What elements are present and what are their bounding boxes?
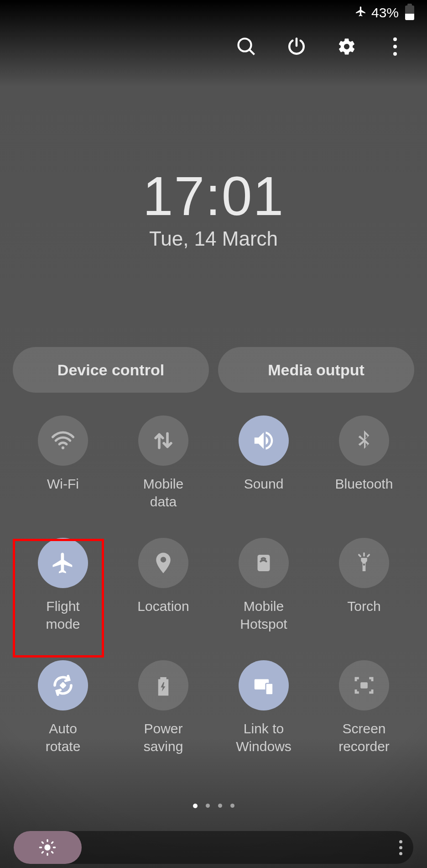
status-bar: 43% (0, 0, 427, 26)
settings-gear-icon[interactable] (337, 37, 357, 57)
clock-time: 17:01 (0, 164, 427, 227)
auto-rotate-icon (38, 660, 88, 710)
tile-label: Link to Windows (218, 720, 309, 755)
device-control-button[interactable]: Device control (13, 347, 209, 393)
tile-label: Sound (244, 475, 284, 510)
tile-torch[interactable]: Torch (314, 538, 414, 633)
power-saving-icon (138, 660, 188, 710)
sound-icon (239, 416, 289, 466)
svg-rect-6 (360, 682, 368, 689)
tile-label: Flight mode (46, 597, 80, 633)
battery-percent: 43% (371, 5, 399, 21)
link-to-windows-icon (239, 660, 289, 710)
svg-point-2 (363, 563, 365, 566)
wifi-icon (38, 416, 88, 466)
svg-rect-5 (266, 684, 273, 695)
brightness-more-icon[interactable] (399, 840, 402, 855)
power-icon[interactable] (286, 37, 307, 57)
tile-mobile-data[interactable]: Mobile data (113, 416, 214, 510)
tile-label: Mobile Hotspot (240, 597, 287, 633)
tile-label: Bluetooth (335, 475, 393, 510)
screen-recorder-icon (339, 660, 389, 710)
media-output-button[interactable]: Media output (218, 347, 414, 393)
tile-wifi[interactable]: Wi-Fi (13, 416, 113, 510)
hotspot-icon (239, 538, 289, 588)
tile-power-saving[interactable]: Power saving (113, 660, 214, 755)
svg-rect-3 (59, 682, 67, 689)
tile-bluetooth[interactable]: Bluetooth (314, 416, 414, 510)
tile-label: Screen recorder (318, 720, 410, 755)
tile-sound[interactable]: Sound (214, 416, 314, 510)
tile-link-to-windows[interactable]: Link to Windows (214, 660, 314, 755)
torch-icon (339, 538, 389, 588)
mobile-data-icon (138, 416, 188, 466)
airplane-status-icon (355, 5, 367, 21)
brightness-slider[interactable] (14, 831, 413, 864)
tile-label: Location (137, 597, 189, 633)
tile-label: Power saving (144, 720, 183, 755)
device-control-label: Device control (57, 361, 164, 379)
svg-point-7 (45, 844, 51, 850)
tile-label: Wi-Fi (47, 475, 79, 510)
tile-mobile-hotspot[interactable]: Mobile Hotspot (214, 538, 314, 633)
sun-icon (38, 838, 57, 857)
brightness-thumb[interactable] (14, 831, 82, 864)
tile-label: Auto rotate (46, 720, 81, 755)
battery-icon (405, 5, 414, 20)
tile-label: Torch (347, 597, 380, 633)
more-options-icon[interactable] (387, 37, 403, 56)
clock-date: Tue, 14 March (0, 227, 427, 250)
tile-location[interactable]: Location (113, 538, 214, 633)
bluetooth-icon (339, 416, 389, 466)
tile-flight-mode[interactable]: Flight mode (13, 538, 113, 633)
tile-screen-recorder[interactable]: Screen recorder (314, 660, 414, 755)
airplane-icon (38, 538, 88, 588)
search-icon[interactable] (236, 37, 256, 57)
tile-label: Mobile data (143, 475, 183, 510)
location-pin-icon (138, 538, 188, 588)
page-indicator[interactable] (0, 804, 427, 808)
tile-auto-rotate[interactable]: Auto rotate (13, 660, 113, 755)
quick-panel-toolbar (213, 26, 427, 68)
svg-point-0 (62, 447, 64, 449)
media-output-label: Media output (268, 361, 365, 379)
